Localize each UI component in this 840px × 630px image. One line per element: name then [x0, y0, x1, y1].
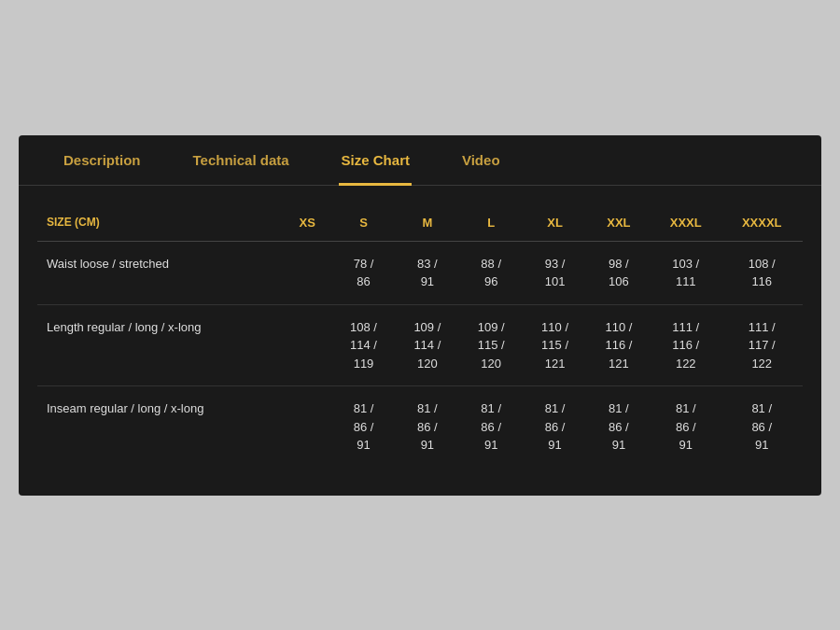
- size-header-xxxl: XXXL: [651, 204, 721, 242]
- tab-description[interactable]: Description: [37, 135, 167, 185]
- size-header-l: L: [459, 204, 523, 242]
- cell-r0-c1: 78 /86: [331, 241, 395, 304]
- table-wrapper: SIZE (CM) XSSMLXLXXLXXXLXXXXL Waist loos…: [19, 186, 821, 496]
- cell-r2-c1: 81 /86 /91: [331, 386, 395, 468]
- cell-r1-c7: 111 /117 /122: [721, 304, 803, 386]
- cell-r0-c7: 108 /116: [721, 241, 803, 304]
- cell-r2-c6: 81 /86 /91: [651, 386, 721, 468]
- cell-r2-c7: 81 /86 /91: [721, 386, 803, 468]
- size-chart-table: SIZE (CM) XSSMLXLXXLXXXLXXXXL Waist loos…: [37, 204, 803, 468]
- tab-video[interactable]: Video: [436, 135, 526, 185]
- table-row: Length regular / long / x-long108 /114 /…: [37, 304, 803, 386]
- cell-r0-c2: 83 /91: [396, 241, 459, 304]
- cell-r1-c1: 108 /114 /119: [331, 304, 395, 386]
- cell-r1-c4: 110 /115 /121: [523, 304, 586, 386]
- cell-r1-c5: 110 /116 /121: [587, 304, 651, 386]
- cell-r1-c6: 111 /116 /122: [651, 304, 721, 386]
- cell-r1-c3: 109 /115 /120: [459, 304, 523, 386]
- size-header-xxl: XXL: [587, 204, 651, 242]
- size-header-xxxxl: XXXXL: [721, 204, 803, 242]
- size-header-s: S: [331, 204, 395, 242]
- row-label-1: Length regular / long / x-long: [37, 304, 283, 386]
- table-row: Inseam regular / long / x-long81 /86 /91…: [37, 386, 803, 468]
- size-cm-header: SIZE (CM): [37, 204, 283, 242]
- size-header-m: M: [396, 204, 459, 242]
- tab-technical-data[interactable]: Technical data: [167, 135, 315, 185]
- cell-r0-c6: 103 /111: [651, 241, 721, 304]
- cell-r1-c0: [283, 304, 331, 386]
- size-header-xl: XL: [523, 204, 586, 242]
- cell-r0-c4: 93 /101: [523, 241, 586, 304]
- cell-r1-c2: 109 /114 /120: [396, 304, 459, 386]
- cell-r0-c0: [283, 241, 331, 304]
- size-header-xs: XS: [283, 204, 331, 242]
- tab-bar: DescriptionTechnical dataSize ChartVideo: [19, 135, 821, 186]
- cell-r2-c4: 81 /86 /91: [523, 386, 586, 468]
- cell-r2-c3: 81 /86 /91: [459, 386, 523, 468]
- table-row: Waist loose / stretched78 /8683 /9188 /9…: [37, 241, 803, 304]
- row-label-2: Inseam regular / long / x-long: [37, 386, 283, 468]
- cell-r2-c5: 81 /86 /91: [587, 386, 651, 468]
- row-label-0: Waist loose / stretched: [37, 241, 283, 304]
- main-container: DescriptionTechnical dataSize ChartVideo…: [19, 135, 821, 496]
- table-header-row: SIZE (CM) XSSMLXLXXLXXXLXXXXL: [37, 204, 803, 242]
- cell-r0-c3: 88 /96: [459, 241, 523, 304]
- tab-size-chart[interactable]: Size Chart: [315, 135, 436, 185]
- cell-r0-c5: 98 /106: [587, 241, 651, 304]
- table-body: Waist loose / stretched78 /8683 /9188 /9…: [37, 241, 803, 468]
- cell-r2-c2: 81 /86 /91: [396, 386, 459, 468]
- cell-r2-c0: [283, 386, 331, 468]
